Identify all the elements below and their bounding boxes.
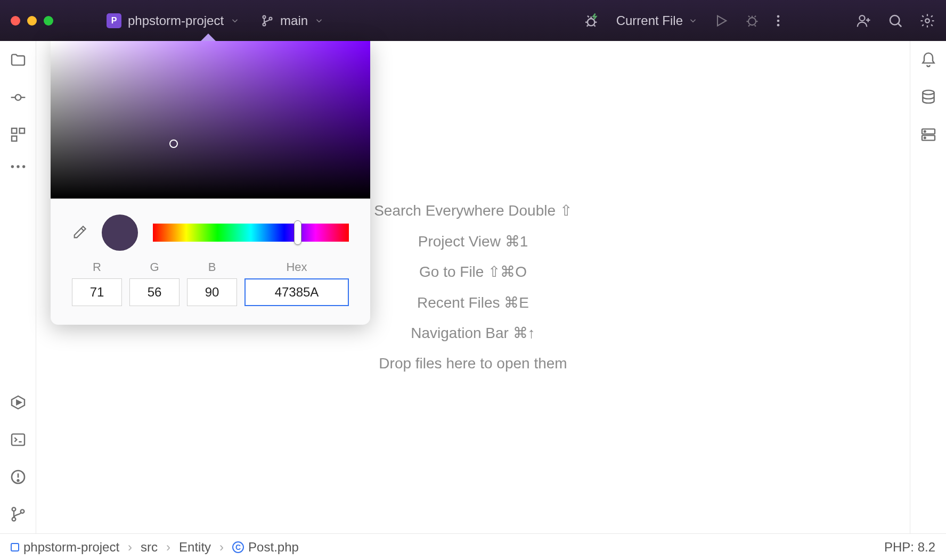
minimize-window-button[interactable] <box>27 16 37 26</box>
svg-point-7 <box>777 19 780 22</box>
r-input[interactable] <box>72 278 122 306</box>
breadcrumb-label: Entity <box>179 540 211 555</box>
svg-point-29 <box>12 507 15 511</box>
svg-point-5 <box>748 18 756 25</box>
chevron-down-icon <box>314 16 324 26</box>
maximize-window-button[interactable] <box>44 16 53 26</box>
chevron-down-icon <box>688 16 698 26</box>
code-with-me-icon[interactable] <box>855 13 871 29</box>
close-window-button[interactable] <box>11 16 20 26</box>
selected-color-swatch <box>102 215 138 251</box>
hue-handle[interactable] <box>294 220 301 245</box>
chevron-right-icon: › <box>166 540 170 555</box>
welcome-line: Go to File ⇧⌘O <box>374 257 572 287</box>
run-config-selector[interactable]: Current File <box>616 13 698 28</box>
saturation-cursor[interactable] <box>169 139 178 148</box>
picker-controls-row <box>51 199 370 260</box>
welcome-line: Navigation Bar ⌘↑ <box>374 318 572 348</box>
svg-point-3 <box>588 19 594 26</box>
breadcrumb-item[interactable]: phpstorm-project <box>11 540 119 555</box>
svg-point-19 <box>11 165 13 168</box>
svg-point-36 <box>924 137 926 139</box>
welcome-line: Drop files here to open them <box>374 348 572 378</box>
svg-line-11 <box>898 23 901 27</box>
svg-point-31 <box>20 509 24 513</box>
breadcrumbs[interactable]: phpstorm-project › src › Entity › C Post… <box>11 540 299 555</box>
chevron-right-icon: › <box>219 540 224 555</box>
vcs-branch-selector[interactable]: main <box>261 13 324 28</box>
svg-point-30 <box>12 517 15 521</box>
svg-point-35 <box>924 131 926 133</box>
svg-rect-24 <box>12 434 25 445</box>
right-tool-strip <box>910 41 946 533</box>
g-label: G <box>150 260 159 274</box>
svg-point-13 <box>15 95 21 101</box>
welcome-line: Search Everywhere Double ⇧ <box>374 195 572 226</box>
module-icon <box>11 543 19 551</box>
problems-tool-icon[interactable] <box>10 468 27 485</box>
svg-marker-23 <box>17 400 21 405</box>
hex-label: Hex <box>286 260 307 274</box>
welcome-line: Recent Files ⌘E <box>374 287 572 318</box>
svg-rect-17 <box>19 128 24 133</box>
database-tool-icon[interactable] <box>920 89 937 106</box>
server-tool-icon[interactable] <box>920 126 937 143</box>
terminal-tool-icon[interactable] <box>10 431 27 448</box>
window-controls <box>11 16 53 26</box>
svg-point-21 <box>22 165 25 168</box>
breadcrumb-label: Post.php <box>248 540 299 555</box>
breadcrumb-label: phpstorm-project <box>23 540 119 555</box>
breadcrumb-label: src <box>141 540 158 555</box>
commit-tool-icon[interactable] <box>10 89 27 106</box>
run-debug-group <box>714 13 781 28</box>
php-version-widget[interactable]: PHP: 8.2 <box>884 540 935 555</box>
svg-point-8 <box>777 23 780 26</box>
left-tool-strip <box>0 41 36 533</box>
bug-lightning-icon[interactable] <box>583 12 600 29</box>
run-config-label: Current File <box>616 13 683 28</box>
eyedropper-icon[interactable] <box>72 225 87 240</box>
breadcrumb-item[interactable]: C Post.php <box>232 540 299 555</box>
saturation-brightness-area[interactable] <box>51 41 370 199</box>
notifications-tool-icon[interactable] <box>920 52 937 69</box>
more-tool-icon[interactable] <box>10 163 27 170</box>
breadcrumb-item[interactable]: Entity <box>179 540 211 555</box>
b-label: B <box>208 260 216 274</box>
chevron-down-icon <box>230 16 240 26</box>
svg-point-1 <box>263 23 266 26</box>
debug-icon[interactable] <box>745 13 760 28</box>
svg-point-32 <box>923 90 934 95</box>
search-icon[interactable] <box>887 13 903 29</box>
php-version-label: PHP: 8.2 <box>884 540 935 554</box>
svg-point-0 <box>263 15 266 18</box>
svg-point-6 <box>777 15 780 18</box>
services-tool-icon[interactable] <box>10 394 27 411</box>
hex-input[interactable] <box>244 278 349 306</box>
structure-tool-icon[interactable] <box>10 126 27 143</box>
svg-point-20 <box>17 165 19 168</box>
project-icon: P <box>107 13 121 28</box>
more-icon[interactable] <box>776 13 781 28</box>
breadcrumb-item[interactable]: src <box>141 540 158 555</box>
svg-point-2 <box>270 17 272 20</box>
settings-icon[interactable] <box>919 13 935 29</box>
b-input[interactable] <box>187 278 237 306</box>
branch-icon <box>261 14 274 27</box>
r-label: R <box>93 260 101 274</box>
g-input[interactable] <box>129 278 180 306</box>
svg-marker-4 <box>717 15 726 26</box>
svg-point-28 <box>17 480 19 481</box>
svg-point-10 <box>890 15 900 25</box>
run-icon[interactable] <box>714 13 729 28</box>
status-bar: phpstorm-project › src › Entity › C Post… <box>0 533 946 560</box>
color-value-fields: R G B Hex <box>51 260 370 325</box>
project-selector[interactable]: P phpstorm-project <box>107 13 240 28</box>
class-icon: C <box>232 541 244 553</box>
titlebar: P phpstorm-project main Current File <box>0 0 946 41</box>
hue-slider[interactable] <box>153 224 349 242</box>
project-tool-icon[interactable] <box>10 52 27 69</box>
vcs-tool-icon[interactable] <box>10 506 27 523</box>
titlebar-actions <box>855 13 935 29</box>
svg-rect-18 <box>12 136 17 141</box>
welcome-line: Project View ⌘1 <box>374 226 572 257</box>
